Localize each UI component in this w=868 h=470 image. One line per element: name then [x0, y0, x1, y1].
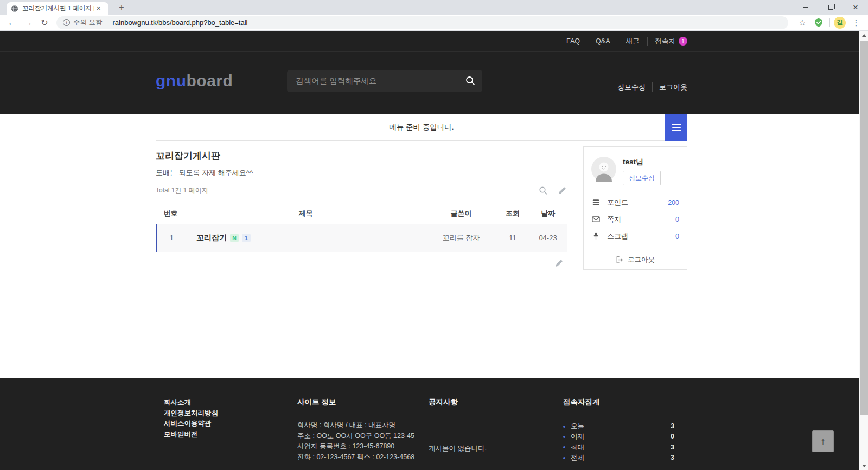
menu-bar: 메뉴 준비 중입니다. [0, 114, 859, 141]
board-search-icon[interactable] [539, 186, 548, 195]
new-post-badge: N [230, 234, 239, 242]
site-info-phone: 전화 : 02-123-4567 팩스 : 02-123-4568 [297, 452, 414, 463]
post-table: 번호 제목 글쓴이 조회 날짜 1 꼬리잡기 N 1 꼬리를 잡자 [156, 203, 567, 252]
user-avatar [591, 157, 616, 182]
browser-tab[interactable]: 꼬리잡기게시판 1 페이지 | 그누 ✕ [7, 2, 108, 15]
user-profile-box: test님 정보수정 포인트 200 [583, 146, 687, 270]
scrollbar-thumb[interactable] [860, 41, 868, 415]
footer-link-privacy[interactable]: 개인정보처리방침 [164, 408, 218, 419]
stat-row-points[interactable]: 포인트 200 [591, 194, 679, 211]
footer-link-terms[interactable]: 서비스이용약관 [164, 419, 218, 429]
topbar-link-faq[interactable]: FAQ [559, 37, 588, 45]
hamburger-menu-button[interactable] [665, 114, 687, 141]
username: test님 [623, 157, 661, 167]
tab-close-icon[interactable]: ✕ [96, 5, 101, 12]
reload-button[interactable]: ↻ [38, 16, 51, 29]
edit-profile-button[interactable]: 정보수정 [623, 171, 661, 185]
board-title: 꼬리잡기게시판 [156, 150, 567, 162]
window-controls: ✕ [793, 0, 868, 15]
stat-row-scrap[interactable]: 스크랩 0 [591, 228, 679, 244]
search-input[interactable] [287, 70, 482, 92]
search-icon [465, 75, 476, 86]
restore-icon [828, 5, 833, 10]
visitors-heading: 접속자집계 [563, 397, 674, 407]
scrollbar-down-arrow[interactable] [859, 461, 868, 470]
post-subject-cell[interactable]: 꼬리잡기 N 1 [186, 233, 426, 243]
board-description: 도배는 되도록 자제 해주세요^^ [156, 168, 567, 178]
post-subject-link[interactable]: 꼬리잡기 [196, 233, 227, 243]
site-logo[interactable]: gnuboard [156, 72, 233, 90]
visitor-stat-yesterday: 어제 0 [563, 432, 674, 442]
window-minimize-button[interactable] [793, 0, 818, 15]
post-date: 04-23 [529, 234, 567, 242]
points-icon [591, 198, 600, 207]
menu-placeholder-message: 메뉴 준비 중입니다. [389, 123, 454, 132]
footer-notice-column: 공지사항 게시물이 없습니다. [429, 397, 548, 453]
visitor-stat-today: 오늘 3 [563, 421, 674, 432]
post-views: 11 [496, 234, 529, 242]
total-count-text: Total 1건 1 페이지 [156, 186, 208, 195]
bullet-icon [563, 446, 565, 448]
new-tab-button[interactable]: + [115, 2, 128, 14]
footer-site-info-column: 사이트 정보 회사명 : 회사명 / 대표 : 대표자명 주소 : OO도 OO… [297, 397, 414, 463]
url-bar[interactable]: i 주의 요함 rainbowgnu.tk/bbs/board.php?bo_t… [56, 16, 788, 29]
topbar-link-newposts[interactable]: 새글 [618, 37, 647, 46]
header-user-links: 정보수정 로그아웃 [611, 82, 687, 92]
footer-link-mobile[interactable]: 모바일버전 [164, 429, 218, 440]
profile-avatar-button[interactable]: 길 [833, 16, 846, 29]
search-box [287, 70, 482, 92]
profile-stats: 포인트 200 쪽지 0 스크랩 [584, 193, 687, 250]
browser-toolbar: ← → ↻ i 주의 요함 rainbowgnu.tk/bbs/board.ph… [0, 15, 868, 31]
site-footer: 회사소개 개인정보처리방침 서비스이용약관 모바일버전 사이트 정보 회사명 :… [0, 378, 859, 470]
site-info-icon[interactable]: i [63, 19, 70, 26]
column-header-no: 번호 [156, 209, 186, 218]
scroll-to-top-button[interactable]: ↑ [812, 430, 834, 452]
browser-menu-button[interactable]: ⋮ [850, 16, 863, 29]
bullet-icon [563, 426, 565, 428]
board-toolbar: Total 1건 1 페이지 [156, 186, 567, 195]
header-link-logout[interactable]: 로그아웃 [652, 82, 687, 92]
write-post-icon[interactable] [558, 186, 567, 195]
scrap-label: 스크랩 [607, 231, 628, 241]
forward-button: → [22, 16, 35, 29]
site-info-company: 회사명 : 회사명 / 대표 : 대표자명 [297, 420, 414, 431]
write-post-icon-bottom[interactable] [554, 259, 564, 268]
comment-count-badge: 1 [242, 234, 251, 242]
header-link-edit-profile[interactable]: 정보수정 [611, 82, 652, 92]
search-button[interactable] [465, 75, 476, 86]
scrollbar-up-arrow[interactable] [859, 31, 868, 40]
topbar-link-qna[interactable]: Q&A [588, 37, 617, 45]
stat-row-messages[interactable]: 쪽지 0 [591, 211, 679, 228]
security-label[interactable]: 주의 요함 [73, 18, 102, 27]
points-value: 200 [668, 199, 679, 207]
bottom-write-row [156, 259, 567, 268]
window-close-button[interactable]: ✕ [843, 0, 868, 15]
top-utility-bar: FAQ Q&A 새글 접속자 1 [0, 31, 859, 52]
tab-title: 꼬리잡기게시판 1 페이지 | 그누 [22, 4, 94, 12]
page-scrollbar[interactable] [859, 31, 868, 470]
visitor-stat-total: 전체 3 [563, 453, 674, 463]
bookmark-star-button[interactable]: ☆ [796, 16, 809, 29]
adblock-extension-button[interactable] [812, 16, 825, 29]
column-header-views: 조회 [496, 209, 529, 218]
star-icon: ☆ [799, 18, 806, 28]
main-content: 꼬리잡기게시판 도배는 되도록 자제 해주세요^^ Total 1건 1 페이지 [0, 141, 859, 378]
footer-link-company[interactable]: 회사소개 [164, 397, 218, 408]
bullet-icon [563, 457, 565, 459]
column-header-subject: 제목 [186, 209, 426, 218]
topbar-link-visitors[interactable]: 접속자 1 [647, 37, 688, 46]
window-restore-button[interactable] [818, 0, 843, 15]
avatar: 길 [834, 17, 846, 29]
toolbar-separator [829, 18, 830, 27]
site-info-heading: 사이트 정보 [297, 397, 414, 407]
notice-heading: 공지사항 [429, 397, 548, 407]
hamburger-icon [672, 124, 681, 125]
url-text[interactable]: rainbowgnu.tk/bbs/board.php?bo_table=tai… [112, 18, 247, 27]
globe-favicon-icon [11, 5, 18, 12]
messages-label: 쪽지 [607, 215, 621, 224]
back-button[interactable]: ← [5, 16, 18, 29]
table-row[interactable]: 1 꼬리잡기 N 1 꼬리를 잡자 11 04-23 [156, 224, 567, 252]
close-icon: ✕ [853, 3, 859, 11]
logout-button[interactable]: 로그아웃 [584, 250, 687, 269]
logout-label: 로그아웃 [628, 255, 655, 265]
